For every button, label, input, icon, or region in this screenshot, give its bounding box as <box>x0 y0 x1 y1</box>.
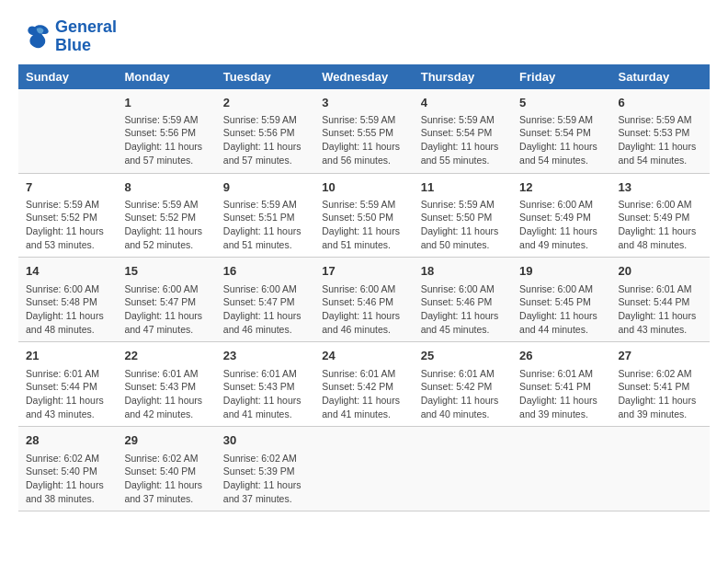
day-number: 30 <box>223 432 307 449</box>
header-col-saturday: Saturday <box>611 64 710 89</box>
day-info: Sunrise: 6:02 AM Sunset: 5:40 PM Dayligh… <box>124 452 208 506</box>
day-info: Sunrise: 6:02 AM Sunset: 5:41 PM Dayligh… <box>619 367 702 421</box>
day-info: Sunrise: 6:01 AM Sunset: 5:42 PM Dayligh… <box>322 367 405 421</box>
calendar-cell: 16Sunrise: 6:00 AM Sunset: 5:47 PM Dayli… <box>216 258 314 342</box>
day-info: Sunrise: 5:59 AM Sunset: 5:50 PM Dayligh… <box>322 198 405 252</box>
calendar-cell: 7Sunrise: 5:59 AM Sunset: 5:52 PM Daylig… <box>18 173 117 258</box>
day-info: Sunrise: 5:59 AM Sunset: 5:54 PM Dayligh… <box>519 113 603 167</box>
day-number: 27 <box>619 348 702 364</box>
day-info: Sunrise: 5:59 AM Sunset: 5:53 PM Dayligh… <box>619 113 702 167</box>
calendar-cell: 23Sunrise: 6:01 AM Sunset: 5:43 PM Dayli… <box>216 342 314 427</box>
day-info: Sunrise: 5:59 AM Sunset: 5:50 PM Dayligh… <box>421 198 505 252</box>
header-col-sunday: Sunday <box>18 64 117 89</box>
day-info: Sunrise: 6:01 AM Sunset: 5:43 PM Dayligh… <box>223 367 307 421</box>
day-number: 21 <box>26 348 109 364</box>
day-info: Sunrise: 5:59 AM Sunset: 5:56 PM Dayligh… <box>124 113 208 167</box>
logo-icon <box>18 20 51 53</box>
day-info: Sunrise: 5:59 AM Sunset: 5:54 PM Dayligh… <box>421 113 505 167</box>
calendar-cell: 18Sunrise: 6:00 AM Sunset: 5:46 PM Dayli… <box>414 258 512 342</box>
calendar-cell: 1Sunrise: 5:59 AM Sunset: 5:56 PM Daylig… <box>117 89 215 173</box>
calendar-cell: 12Sunrise: 6:00 AM Sunset: 5:49 PM Dayli… <box>512 173 610 258</box>
calendar-cell: 19Sunrise: 6:00 AM Sunset: 5:45 PM Dayli… <box>512 258 610 342</box>
day-number: 9 <box>223 179 307 196</box>
day-number: 10 <box>322 179 405 196</box>
calendar-cell: 4Sunrise: 5:59 AM Sunset: 5:54 PM Daylig… <box>414 89 512 173</box>
calendar-cell: 3Sunrise: 5:59 AM Sunset: 5:55 PM Daylig… <box>314 89 413 173</box>
calendar-cell: 10Sunrise: 5:59 AM Sunset: 5:50 PM Dayli… <box>314 173 413 258</box>
day-number: 12 <box>519 179 603 196</box>
day-number: 14 <box>26 263 109 280</box>
day-info: Sunrise: 5:59 AM Sunset: 5:52 PM Dayligh… <box>26 198 109 252</box>
day-number: 6 <box>619 95 702 111</box>
calendar-cell: 15Sunrise: 6:00 AM Sunset: 5:47 PM Dayli… <box>117 258 215 342</box>
day-number: 1 <box>124 95 208 111</box>
day-info: Sunrise: 6:01 AM Sunset: 5:43 PM Dayligh… <box>124 367 208 421</box>
day-info: Sunrise: 5:59 AM Sunset: 5:56 PM Dayligh… <box>223 113 307 167</box>
day-info: Sunrise: 6:01 AM Sunset: 5:42 PM Dayligh… <box>421 367 505 421</box>
calendar-cell: 27Sunrise: 6:02 AM Sunset: 5:41 PM Dayli… <box>611 342 710 427</box>
calendar-cell: 13Sunrise: 6:00 AM Sunset: 5:49 PM Dayli… <box>611 173 710 258</box>
calendar-cell: 5Sunrise: 5:59 AM Sunset: 5:54 PM Daylig… <box>512 89 610 173</box>
logo: General Blue <box>18 18 117 55</box>
calendar-cell <box>611 427 710 511</box>
day-number: 26 <box>519 348 603 364</box>
day-number: 7 <box>26 179 109 196</box>
header-col-wednesday: Wednesday <box>314 64 413 89</box>
day-info: Sunrise: 6:01 AM Sunset: 5:44 PM Dayligh… <box>619 282 702 337</box>
calendar-cell <box>18 89 117 173</box>
week-row-4: 21Sunrise: 6:01 AM Sunset: 5:44 PM Dayli… <box>18 342 710 427</box>
day-number: 24 <box>322 348 405 364</box>
day-number: 11 <box>421 179 505 196</box>
calendar-cell: 28Sunrise: 6:02 AM Sunset: 5:40 PM Dayli… <box>18 427 117 511</box>
day-number: 18 <box>421 263 505 280</box>
day-info: Sunrise: 6:00 AM Sunset: 5:47 PM Dayligh… <box>124 282 208 337</box>
day-number: 4 <box>421 95 505 111</box>
calendar-cell: 26Sunrise: 6:01 AM Sunset: 5:41 PM Dayli… <box>512 342 610 427</box>
day-number: 23 <box>223 348 307 364</box>
day-info: Sunrise: 5:59 AM Sunset: 5:55 PM Dayligh… <box>322 113 405 167</box>
calendar-cell: 6Sunrise: 5:59 AM Sunset: 5:53 PM Daylig… <box>611 89 710 173</box>
header-col-monday: Monday <box>117 64 215 89</box>
week-row-5: 28Sunrise: 6:02 AM Sunset: 5:40 PM Dayli… <box>18 427 710 511</box>
logo-general: General <box>55 18 117 37</box>
week-row-3: 14Sunrise: 6:00 AM Sunset: 5:48 PM Dayli… <box>18 258 710 342</box>
calendar-cell: 8Sunrise: 5:59 AM Sunset: 5:52 PM Daylig… <box>117 173 215 258</box>
calendar-cell: 2Sunrise: 5:59 AM Sunset: 5:56 PM Daylig… <box>216 89 314 173</box>
calendar-cell: 9Sunrise: 5:59 AM Sunset: 5:51 PM Daylig… <box>216 173 314 258</box>
day-number: 28 <box>26 432 109 449</box>
page-header: General Blue <box>18 18 710 55</box>
day-info: Sunrise: 6:00 AM Sunset: 5:48 PM Dayligh… <box>26 282 109 337</box>
calendar-cell: 17Sunrise: 6:00 AM Sunset: 5:46 PM Dayli… <box>314 258 413 342</box>
calendar-cell <box>314 427 413 511</box>
day-number: 2 <box>223 95 307 111</box>
day-number: 22 <box>124 348 208 364</box>
day-info: Sunrise: 6:02 AM Sunset: 5:39 PM Dayligh… <box>223 452 307 506</box>
header-col-friday: Friday <box>512 64 610 89</box>
day-info: Sunrise: 6:00 AM Sunset: 5:46 PM Dayligh… <box>421 282 505 337</box>
day-info: Sunrise: 6:00 AM Sunset: 5:45 PM Dayligh… <box>519 282 603 337</box>
day-number: 25 <box>421 348 505 364</box>
calendar-cell: 25Sunrise: 6:01 AM Sunset: 5:42 PM Dayli… <box>414 342 512 427</box>
day-info: Sunrise: 6:00 AM Sunset: 5:47 PM Dayligh… <box>223 282 307 337</box>
day-info: Sunrise: 5:59 AM Sunset: 5:51 PM Dayligh… <box>223 198 307 252</box>
calendar-cell: 20Sunrise: 6:01 AM Sunset: 5:44 PM Dayli… <box>611 258 710 342</box>
calendar-cell: 14Sunrise: 6:00 AM Sunset: 5:48 PM Dayli… <box>18 258 117 342</box>
calendar-cell: 30Sunrise: 6:02 AM Sunset: 5:39 PM Dayli… <box>216 427 314 511</box>
day-number: 20 <box>619 263 702 280</box>
calendar-cell: 21Sunrise: 6:01 AM Sunset: 5:44 PM Dayli… <box>18 342 117 427</box>
day-number: 13 <box>619 179 702 196</box>
day-number: 17 <box>322 263 405 280</box>
day-number: 16 <box>223 263 307 280</box>
day-info: Sunrise: 6:01 AM Sunset: 5:41 PM Dayligh… <box>519 367 603 421</box>
day-info: Sunrise: 6:00 AM Sunset: 5:46 PM Dayligh… <box>322 282 405 337</box>
header-row: SundayMondayTuesdayWednesdayThursdayFrid… <box>18 64 710 89</box>
day-info: Sunrise: 6:01 AM Sunset: 5:44 PM Dayligh… <box>26 367 109 421</box>
day-number: 8 <box>124 179 208 196</box>
day-number: 29 <box>124 432 208 449</box>
calendar-body: 1Sunrise: 5:59 AM Sunset: 5:56 PM Daylig… <box>18 89 710 511</box>
calendar-header: SundayMondayTuesdayWednesdayThursdayFrid… <box>18 64 710 89</box>
day-number: 19 <box>519 263 603 280</box>
week-row-1: 1Sunrise: 5:59 AM Sunset: 5:56 PM Daylig… <box>18 89 710 173</box>
calendar-cell: 29Sunrise: 6:02 AM Sunset: 5:40 PM Dayli… <box>117 427 215 511</box>
header-col-tuesday: Tuesday <box>216 64 314 89</box>
